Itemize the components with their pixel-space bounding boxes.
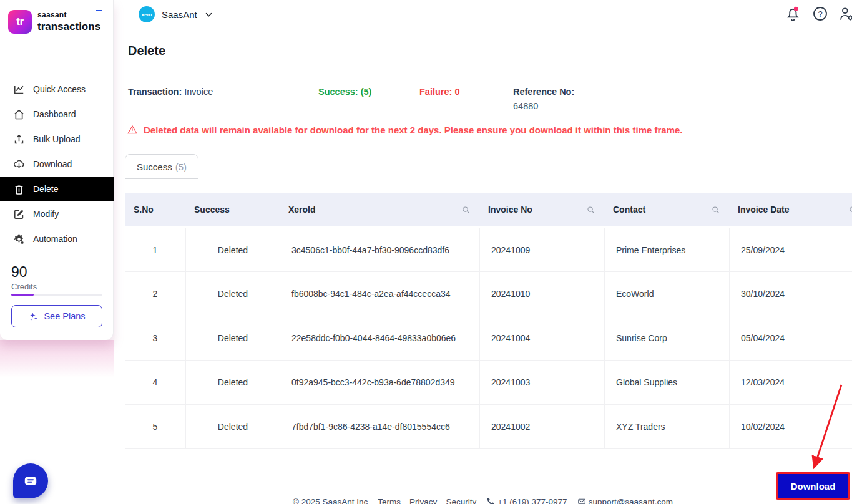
table-cell: 2 [125,272,185,316]
table-body: 1Deleted3c4506c1-bb0f-44a7-bf30-9096ccd8… [125,228,852,449]
table-cell: 05/04/2024 [729,316,852,360]
column-header[interactable]: S.No [125,193,185,226]
sidebar-item[interactable]: Download [0,152,114,177]
table-cell: XYZ Traders [604,405,729,448]
table-cell: Prime Enterprises [604,228,729,271]
column-header[interactable]: Contact [604,193,729,226]
footer-link[interactable]: Privacy [409,497,437,504]
summary-failure: Failure: 0 [419,87,459,97]
footer: © 2025 SaasAnt Inc Terms Privacy Securit… [114,497,852,504]
svg-text:?: ? [818,9,822,19]
table-cell: 1 [125,228,185,271]
upload-icon [13,133,25,145]
column-header[interactable]: Success [185,193,280,226]
table-cell: 22e58ddc-f0b0-4044-8464-49833a0b06e6 [280,316,479,360]
search-icon[interactable] [461,205,471,215]
sidebar-item-label: Quick Access [33,84,86,94]
footer-link[interactable]: Terms [378,497,401,504]
column-label: Success [194,205,230,215]
search-icon[interactable] [848,205,852,215]
app-logo[interactable]: tr saasant transactions [8,10,100,34]
sidebar-item[interactable]: Automation [0,226,114,251]
see-plans-label: See Plans [44,311,85,321]
table-cell: fb6008bc-94c1-484c-a2ea-af44ccecca34 [280,272,479,316]
column-label: Invoice Date [738,205,789,215]
search-icon[interactable] [711,205,720,215]
cloud-download-icon [13,158,25,170]
sidebar-item-label: Dashboard [33,109,76,119]
sidebar-gradient [0,340,114,377]
sidebar-item-label: Download [33,159,72,169]
download-button[interactable]: Download [776,472,850,500]
results-table: S.No Success XeroId Invoice No [125,193,852,453]
table-cell: 7fbd7bf1-9c86-4238-a14e-df8015554cc6 [280,405,479,448]
sidebar-item-label: Bulk Upload [33,134,81,144]
chat-widget-button[interactable] [13,463,48,498]
table-cell: Sunrise Corp [604,316,729,360]
see-plans-button[interactable]: See Plans [11,305,102,327]
tab-count: (5) [175,162,187,172]
table-cell: 20241004 [479,316,604,360]
column-label: S.No [134,205,154,215]
table-row: 2Deletedfb6008bc-94c1-484c-a2ea-af44ccec… [125,272,852,316]
table-header-row: S.No Success XeroId Invoice No [125,193,852,226]
brand-name-bottom: transactions [37,21,100,33]
brand-name-top: saasant [37,11,100,19]
table-cell: 5 [125,405,185,448]
table-row: 5Deleted7fbd7bf1-9c86-4238-a14e-df801555… [125,405,852,449]
table-cell: Deleted [185,361,280,404]
column-label: Contact [613,205,645,215]
sidebar-item-label: Modify [33,209,59,219]
search-icon[interactable] [586,205,595,215]
table-cell: EcoWorld [604,272,729,316]
sidebar-item[interactable]: Dashboard [0,102,114,127]
column-header[interactable]: Invoice Date [729,193,852,226]
warning-text: Deleted data will remain available for d… [144,125,683,135]
org-name: SaasAnt [162,9,197,20]
table-cell: 3c4506c1-bb0f-44a7-bf30-9096ccd83df6 [280,228,479,271]
table-cell: 3 [125,316,185,360]
table-row: 3Deleted22e58ddc-f0b0-4044-8464-49833a0b… [125,316,852,361]
chart-line-icon [13,84,25,95]
table-cell: 20241002 [479,405,604,448]
table-cell: Deleted [185,272,280,316]
footer-link[interactable]: Security [446,497,476,504]
table-cell: 10/02/2024 [729,405,852,448]
warning-banner: Deleted data will remain available for d… [127,124,683,135]
gear-icon [13,233,25,245]
footer-email[interactable]: support@saasant.com [577,497,673,504]
credits-progress [11,294,102,296]
notifications-bell-icon[interactable] [785,6,801,22]
chat-icon [22,473,39,489]
table-row: 1Deleted3c4506c1-bb0f-44a7-bf30-9096ccd8… [125,228,852,272]
table-cell: 12/03/2024 [729,361,852,404]
table-cell: 20241003 [479,361,604,404]
tab-success[interactable]: Success (5) [125,154,198,179]
warning-icon [127,124,138,135]
sidebar-item[interactable]: Modify [0,201,114,226]
credits-label: Credits [11,282,37,291]
table-cell: Deleted [185,316,280,360]
table-cell: Global Supplies [604,361,729,404]
user-settings-icon[interactable] [838,6,852,22]
org-selector[interactable]: xero SaasAnt [139,6,213,22]
sidebar-item[interactable]: Delete [0,177,114,201]
column-header[interactable]: XeroId [280,193,479,226]
table-cell: 4 [125,361,185,404]
sparkle-icon [28,311,39,322]
sidebar-item-label: Delete [33,184,58,194]
table-row: 4Deleted0f92a945-bcc3-442c-b93a-6de78802… [125,361,852,405]
sidebar-item[interactable]: Bulk Upload [0,127,114,152]
sidebar: tr saasant transactions Quick Access Das… [0,0,114,340]
sidebar-nav: Quick Access Dashboard Bulk Upload Downl… [0,77,114,251]
mail-icon [577,497,586,504]
footer-phone[interactable]: +1 (619) 377-0977 [486,497,567,504]
column-header[interactable]: Invoice No [479,193,604,226]
chevron-down-icon [204,10,213,19]
table-cell: 25/09/2024 [729,228,852,271]
edit-icon [13,208,25,220]
help-icon[interactable]: ? [812,6,828,22]
summary-transaction: Transaction: Invoice [128,87,213,97]
footer-copyright: © 2025 SaasAnt Inc [293,497,368,504]
sidebar-item[interactable]: Quick Access [0,77,114,102]
